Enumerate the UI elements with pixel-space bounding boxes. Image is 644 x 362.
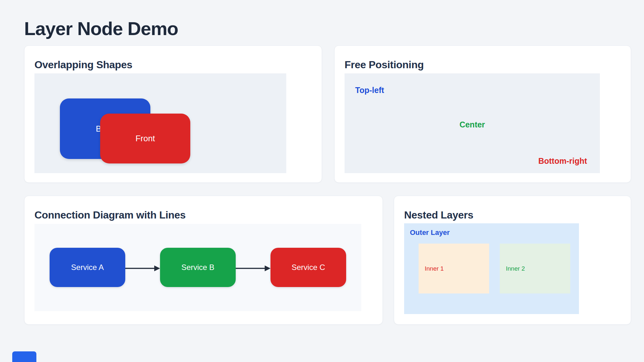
outer-layer-label: Outer Layer	[410, 229, 450, 236]
top-left-label: Top-left	[355, 86, 384, 94]
service-c-label: Service C	[291, 263, 325, 272]
bottom-right-label: Bottom-right	[538, 157, 587, 165]
arrow-b-to-c	[236, 265, 270, 271]
service-a-node: Service A	[50, 248, 125, 287]
service-b-label: Service B	[181, 263, 214, 272]
front-node: Front	[100, 114, 190, 163]
center-label: Center	[345, 121, 600, 129]
inner-layer-1-label: Inner 1	[419, 265, 444, 272]
arrow-a-to-b	[125, 265, 160, 271]
overlapping-shapes-title: Overlapping Shapes	[34, 59, 132, 70]
overlapping-shapes-canvas: Back Front	[34, 73, 286, 173]
panel-free-positioning: Free Positioning Top-left Center Bottom-…	[334, 45, 631, 183]
panel-overlapping-shapes: Overlapping Shapes Back Front	[24, 45, 322, 183]
service-b-node: Service B	[160, 248, 236, 287]
inner-layer-1: Inner 1	[419, 244, 489, 293]
service-c-node: Service C	[270, 248, 346, 287]
panel-nested-layers: Nested Layers Outer Layer Inner 1 Inner …	[394, 196, 631, 325]
page: { "page": { "title": "Layer Node Demo" }…	[0, 0, 644, 362]
connection-diagram-canvas: Service A Service B Service C	[34, 224, 361, 311]
free-positioning-title: Free Positioning	[345, 59, 424, 70]
front-node-label: Front	[136, 134, 155, 144]
connection-diagram-title: Connection Diagram with Lines	[34, 209, 186, 221]
inner-layer-2: Inner 2	[500, 244, 570, 293]
nested-layers-title: Nested Layers	[404, 209, 473, 221]
bottom-left-blue-element[interactable]	[12, 351, 36, 362]
service-a-label: Service A	[71, 263, 104, 272]
panel-connection-diagram: Connection Diagram with Lines Service A …	[24, 196, 383, 325]
inner-layer-2-label: Inner 2	[500, 265, 525, 272]
page-title: Layer Node Demo	[24, 19, 178, 38]
outer-layer: Outer Layer Inner 1 Inner 2	[404, 223, 579, 314]
free-positioning-canvas: Top-left Center Bottom-right	[345, 73, 600, 173]
